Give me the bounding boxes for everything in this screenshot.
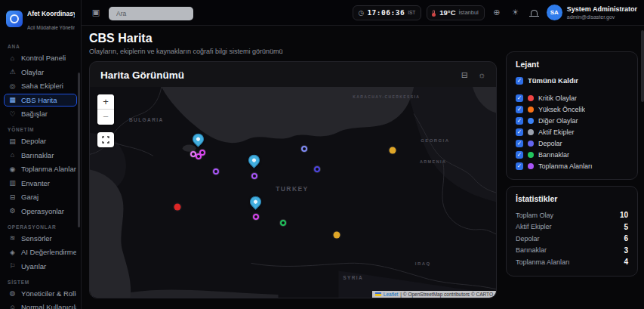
sidebar-item-label: Normal Kullanıcılar — [21, 303, 77, 309]
legend-item-diger-olaylar[interactable]: Diğer Olaylar — [516, 115, 628, 126]
app-subtitle: Acil Müdahale Yönetim Sist... — [27, 25, 75, 30]
globe-icon[interactable]: ⊕ — [490, 6, 504, 20]
checkbox-checked-icon[interactable] — [516, 151, 523, 159]
checkbox-checked-icon[interactable] — [516, 162, 523, 170]
sidebar-toggle-icon[interactable]: ▣ — [89, 6, 103, 20]
print-icon[interactable]: ⊟ — [461, 70, 468, 80]
attribution-text: | © OpenStreetMap contributors © CARTO — [400, 292, 493, 297]
sidebar-item-yoneticiler-roller[interactable]: ◍ Yöneticiler & Roller — [4, 287, 77, 300]
zoom-out-button[interactable]: − — [97, 110, 114, 125]
sidebar-item-label: Operasyonlar — [21, 207, 64, 215]
content: CBS Harita Olayların, ekiplerin ve kayna… — [82, 26, 644, 309]
map-marker-dot[interactable] — [174, 204, 180, 211]
checkbox-checked-icon[interactable] — [516, 117, 523, 125]
weather-widget: 19°C İstanbul — [427, 5, 485, 20]
main-area: ▣ ◷ 17:06:36 IST 19°C İstanbul ⊕ ☀ — [82, 0, 644, 309]
user-menu[interactable]: SA System Administrator admin@disaster.g… — [547, 5, 637, 20]
map-marker-ring[interactable] — [314, 166, 320, 172]
legend-item-depolar[interactable]: Depolar — [516, 138, 628, 149]
legend-dot-orange — [528, 107, 534, 113]
user-email: admin@disaster.gov — [567, 14, 637, 20]
sidebar-item-depolar[interactable]: ▤ Depolar — [4, 134, 77, 147]
sidebar-item-toplanma-alanlari[interactable]: ◉ Toplanma Alanları — [4, 162, 77, 175]
notifications-bell-icon[interactable] — [528, 6, 541, 20]
sidebar-item-label: AI Değerlendirme — [21, 248, 77, 256]
map-settings-icon[interactable]: ☼ — [478, 70, 485, 80]
stat-label: Toplanma Alanları — [516, 258, 570, 266]
stat-label: Barınaklar — [516, 246, 547, 254]
legend-item-barinaklar[interactable]: Barınaklar — [516, 149, 628, 160]
sidebar-item-saha-ekipleri[interactable]: ◎ Saha Ekipleri — [4, 79, 77, 92]
map-marker-ring[interactable] — [301, 146, 307, 152]
leaflet-link[interactable]: Leaflet — [384, 292, 399, 297]
legend-item-aktif-ekipler[interactable]: Aktif Ekipler — [516, 126, 628, 138]
app-logo-block[interactable]: Afet Koordinasyon Pla... Acil Müdahale Y… — [0, 0, 81, 37]
ukraine-flag-icon — [375, 292, 381, 297]
sidebar-item-uyarilar[interactable]: ⚐ Uyarılar — [4, 260, 77, 273]
sidebar-item-envanter[interactable]: ▥ Envanter — [4, 177, 77, 190]
app-logo-icon — [6, 11, 23, 27]
checkbox-checked-icon[interactable] — [516, 128, 523, 136]
checkbox-checked-icon[interactable] — [516, 106, 523, 113]
stat-row-depolar: Depolar 6 — [516, 233, 628, 245]
legend-master-toggle[interactable]: Tümünü Kaldır — [516, 75, 628, 86]
sidebar-item-bagislar[interactable]: ♡ Bağışlar — [4, 107, 77, 120]
stats-title: İstatistikler — [516, 194, 628, 203]
checkbox-checked-icon[interactable] — [516, 94, 523, 102]
map-marker-ring[interactable] — [213, 168, 219, 175]
legend-item-label: Depolar — [538, 140, 562, 147]
sidebar-item-label: Uyarılar — [21, 262, 46, 270]
zoom-in-button[interactable]: + — [97, 94, 114, 110]
sidebar-item-barinaklar[interactable]: ⌂ Barınaklar — [4, 149, 77, 162]
sidebar-item-operasyonlar[interactable]: ⚙ Operasyonlar — [4, 205, 77, 218]
map-marker-ring[interactable] — [280, 220, 286, 226]
map-marker-dot[interactable] — [390, 147, 396, 154]
legend-item-label: Toplanma Alanları — [538, 162, 593, 170]
sidebar-item-normal-kullanicilar[interactable]: ☺ Normal Kullanıcılar — [4, 301, 77, 309]
fullscreen-button[interactable] — [97, 132, 114, 147]
garage-icon: ⊟ — [8, 193, 17, 201]
users-icon: ☺ — [8, 304, 17, 309]
map-marker-ring[interactable] — [251, 173, 257, 179]
sidebar-scrollbar[interactable] — [78, 73, 80, 227]
map-marker-pin[interactable] — [193, 134, 205, 146]
avatar[interactable]: SA — [547, 5, 562, 20]
sidebar-item-sensorler[interactable]: ≋ Sensörler — [4, 232, 77, 245]
map-marker-pin[interactable] — [248, 155, 260, 167]
stat-label: Aktif Ekipler — [516, 223, 552, 230]
checkbox-checked-icon[interactable] — [516, 140, 523, 147]
sidebar-item-cbs-harita[interactable]: ▦ CBS Harita — [4, 94, 77, 107]
legend-dot-gray — [528, 129, 534, 135]
sidebar-item-olaylar[interactable]: ⚠ Olaylar — [4, 66, 77, 79]
ai-icon: ◈ — [8, 249, 17, 256]
map-marker-pin[interactable] — [250, 196, 262, 209]
stat-label: Toplam Olay — [516, 212, 553, 219]
search-box — [109, 5, 193, 20]
sidebar-item-label: Depolar — [21, 137, 46, 145]
checkbox-checked-icon[interactable] — [516, 77, 523, 85]
sidebar-item-garaj[interactable]: ⊟ Garaj — [4, 190, 77, 203]
map-canvas[interactable]: BULGARIAKARACHAY-CHERKESSIAGEORGIAARMENI… — [90, 87, 496, 298]
stat-value: 3 — [624, 246, 628, 255]
sidebar-section-ana: ANA — [8, 44, 73, 49]
theme-sun-icon[interactable]: ☀ — [509, 6, 522, 20]
map-markers-layer — [90, 87, 496, 298]
legend-item-yuksek-oncelik[interactable]: Yüksek Öncelik — [516, 104, 628, 115]
main-scrollbar[interactable] — [641, 30, 644, 102]
legend-item-toplanma-alanlari[interactable]: Toplanma Alanları — [516, 160, 628, 171]
stat-label: Depolar — [516, 235, 540, 243]
sidebar-item-ai-degerlendirme[interactable]: ◈ AI Değerlendirme — [4, 246, 77, 258]
stat-row-barinaklar: Barınaklar 3 — [516, 245, 628, 257]
page-title: CBS Harita — [89, 32, 497, 45]
legend-item-kritik-olaylar[interactable]: Kritik Olaylar — [516, 92, 628, 104]
clock-widget: ◷ 17:06:36 IST — [353, 5, 422, 20]
map-marker-ring[interactable] — [253, 214, 259, 220]
map-marker-dot[interactable] — [333, 231, 340, 238]
home-icon: ⌂ — [8, 54, 17, 62]
map-marker-ring[interactable] — [199, 150, 205, 156]
search-input[interactable] — [109, 7, 193, 20]
sidebar-item-kontrol-paneli[interactable]: ⌂ Kontrol Paneli — [4, 51, 77, 64]
fullscreen-icon — [102, 136, 109, 144]
warning-icon: ⚠ — [8, 68, 17, 76]
legend-item-label: Aktif Ekipler — [538, 128, 575, 136]
